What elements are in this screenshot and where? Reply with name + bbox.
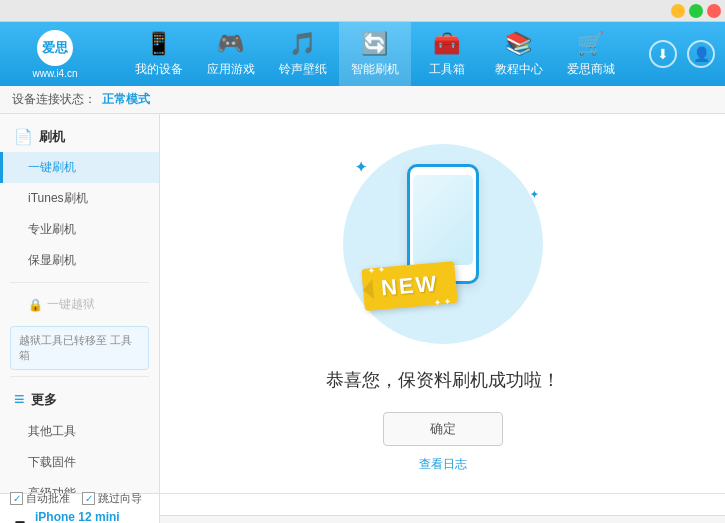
sidebar-item-download-firmware[interactable]: 下载固件 xyxy=(0,447,159,478)
close-btn[interactable] xyxy=(707,4,721,18)
device-name: iPhone 12 mini xyxy=(35,510,124,523)
more-section-icon: ≡ xyxy=(14,389,25,410)
status-label: 设备连接状态： xyxy=(12,91,96,108)
ringtones-icon: 🎵 xyxy=(289,31,316,57)
sidebar-divider-2 xyxy=(10,376,149,377)
auto-start-checkbox-box[interactable] xyxy=(10,492,23,505)
shop-icon: 🛒 xyxy=(577,31,604,57)
nav-ringtones[interactable]: 🎵 铃声壁纸 xyxy=(267,22,339,86)
nav-apps-games[interactable]: 🎮 应用游戏 xyxy=(195,22,267,86)
nav-label-toolbox: 工具箱 xyxy=(429,61,465,78)
nav-label-my-device: 我的设备 xyxy=(135,61,183,78)
maximize-btn[interactable] xyxy=(689,4,703,18)
sidebar-info-box: 越狱工具已转移至 工具箱 xyxy=(10,326,149,370)
logo-icon: 爱思 xyxy=(37,30,73,66)
download-btn[interactable]: ⬇ xyxy=(649,40,677,68)
logo-url: www.i4.cn xyxy=(32,68,77,79)
device-info-details: 📱 iPhone 12 mini 64GB Down-12mini-13,1 xyxy=(10,510,149,523)
auto-start-checkbox[interactable]: 自动批准 xyxy=(10,491,70,506)
device-info-left: 自动批准 跳过向导 📱 iPhone 12 mini 64GB Down-12m… xyxy=(0,494,160,523)
apps-icon: 🎮 xyxy=(217,31,244,57)
checkbox-area: 自动批准 跳过向导 xyxy=(10,491,149,506)
success-illustration: ✦ ✦ ✦ ✦ NEW ✦ ✦ xyxy=(333,134,553,352)
guide-label: 跳过向导 xyxy=(98,491,142,506)
nav-label-shop: 爱思商城 xyxy=(567,61,615,78)
tutorial-icon: 📚 xyxy=(505,31,532,57)
nav-smart-flash[interactable]: 🔄 智能刷机 xyxy=(339,22,411,86)
sidebar-item-onekey[interactable]: 一键刷机 xyxy=(0,152,159,183)
guide-checkbox-box[interactable] xyxy=(82,492,95,505)
header: 爱思 www.i4.cn 📱 我的设备 🎮 应用游戏 🎵 铃声壁纸 🔄 智能刷机… xyxy=(0,22,725,86)
sidebar-item-jailbreak-disabled: 🔒 一键越狱 xyxy=(0,289,159,320)
nav-right: ⬇ 👤 xyxy=(649,40,715,68)
my-device-icon: 📱 xyxy=(145,31,172,57)
nav-tutorial[interactable]: 📚 教程中心 xyxy=(483,22,555,86)
auto-start-label: 自动批准 xyxy=(26,491,70,506)
flash-section-label: 刷机 xyxy=(39,128,65,146)
nav-label-smart-flash: 智能刷机 xyxy=(351,61,399,78)
device-phone-icon: 📱 xyxy=(10,520,30,524)
nav-shop[interactable]: 🛒 爱思商城 xyxy=(555,22,627,86)
device-row: 自动批准 跳过向导 📱 iPhone 12 mini 64GB Down-12m… xyxy=(0,493,725,523)
flash-section-icon: 📄 xyxy=(14,128,33,146)
view-log-link[interactable]: 查看日志 xyxy=(419,456,467,473)
sidebar-item-itunes[interactable]: iTunes刷机 xyxy=(0,183,159,214)
sidebar-divider-1 xyxy=(10,282,149,283)
bottom-section: 自动批准 跳过向导 📱 iPhone 12 mini 64GB Down-12m… xyxy=(0,493,725,523)
main-layout: 📄 刷机 一键刷机 iTunes刷机 专业刷机 保显刷机 🔒 一键越狱 越狱工具… xyxy=(0,114,725,493)
nav-my-device[interactable]: 📱 我的设备 xyxy=(123,22,195,86)
nav-label-ringtones: 铃声壁纸 xyxy=(279,61,327,78)
status-strip: 阻止iTunes运行 V7.98.66 客服 微信公众号 检查更新 xyxy=(160,515,725,523)
new-badge-text: NEW xyxy=(379,271,438,301)
sidebar-item-pro-flash[interactable]: 专业刷机 xyxy=(0,214,159,245)
toolbox-icon: 🧰 xyxy=(433,31,460,57)
sidebar-section-flash: 📄 刷机 xyxy=(0,122,159,152)
nav-toolbox[interactable]: 🧰 工具箱 xyxy=(411,22,483,86)
status-value: 正常模式 xyxy=(102,91,150,108)
sidebar-item-save-flash[interactable]: 保显刷机 xyxy=(0,245,159,276)
lock-icon: 🔒 xyxy=(28,298,43,312)
nav-label-tutorial: 教程中心 xyxy=(495,61,543,78)
bottom-right-area: 阻止iTunes运行 V7.98.66 客服 微信公众号 检查更新 xyxy=(160,494,725,523)
new-badge: ✦ ✦ NEW ✦ ✦ xyxy=(361,261,458,311)
user-btn[interactable]: 👤 xyxy=(687,40,715,68)
sidebar-section-more: ≡ 更多 xyxy=(0,383,159,416)
content-area: ✦ ✦ ✦ ✦ NEW ✦ ✦ 恭喜您，保资料刷机成功啦！ 确定 查看日志 xyxy=(160,114,725,493)
logo-area[interactable]: 爱思 www.i4.cn xyxy=(10,30,100,79)
minimize-btn[interactable] xyxy=(671,4,685,18)
more-section-label: 更多 xyxy=(31,391,57,409)
nav-label-apps: 应用游戏 xyxy=(207,61,255,78)
nav-items: 📱 我的设备 🎮 应用游戏 🎵 铃声壁纸 🔄 智能刷机 🧰 工具箱 📚 教程中心… xyxy=(100,22,649,86)
sparkle-2: ✦ xyxy=(530,189,538,200)
sidebar: 📄 刷机 一键刷机 iTunes刷机 专业刷机 保显刷机 🔒 一键越狱 越狱工具… xyxy=(0,114,160,493)
title-bar xyxy=(0,0,725,22)
success-title: 恭喜您，保资料刷机成功啦！ xyxy=(326,368,560,392)
smart-flash-icon: 🔄 xyxy=(361,31,388,57)
info-box-text: 越狱工具已转移至 工具箱 xyxy=(19,334,132,361)
guide-checkbox[interactable]: 跳过向导 xyxy=(82,491,142,506)
sparkle-1: ✦ xyxy=(355,159,367,175)
sidebar-item-other-tools[interactable]: 其他工具 xyxy=(0,416,159,447)
confirm-button[interactable]: 确定 xyxy=(383,412,503,446)
status-bar: 设备连接状态： 正常模式 xyxy=(0,86,725,114)
